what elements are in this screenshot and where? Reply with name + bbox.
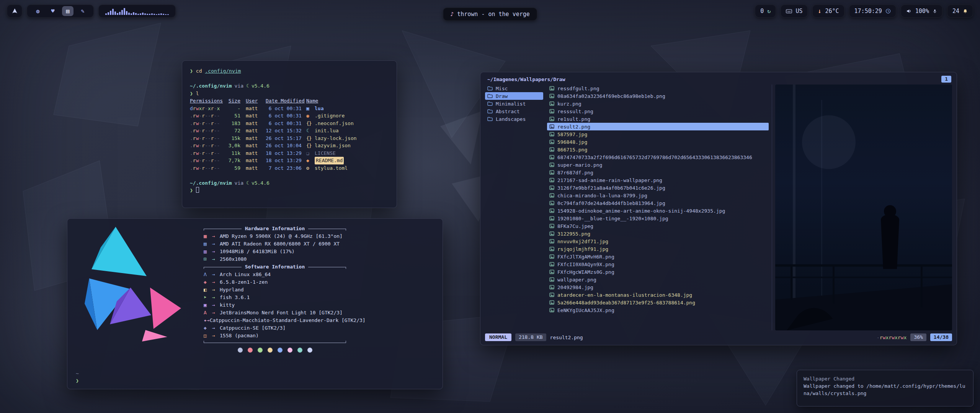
software-info-list: → Arch Linux x86_64 → 6.5.8-zen1-1-zen →… [204,271,346,340]
file-name: resssult.png [557,109,593,114]
file-row[interactable]: kurz.png [547,100,769,107]
file-row[interactable]: rsjqojlmjhf91.jpg [547,245,769,253]
file-row[interactable]: 5a266e448add93deab367d87173e9f25-6837886… [547,299,769,306]
file-row[interactable]: FXfcHgcWIAMzs0G.png [547,268,769,276]
file-row[interactable]: result2.png [547,123,769,130]
file-size: 15k [225,135,240,142]
image-file-icon [549,163,554,167]
file-type-icon [306,142,315,150]
temperature-module[interactable]: 26°C [812,5,844,18]
folder-row[interactable]: Abstract [485,107,543,115]
command-arg: .config/nvim [205,68,241,74]
file-row[interactable]: 68747470733a2f2f696d616765732d7769786d70… [547,153,769,161]
file-row[interactable]: re1sult.png [547,115,769,123]
info-line: → 6.5.8-zen1-1-zen [204,278,346,286]
image-file-icon [549,132,554,137]
folder-row[interactable]: Minimalist [485,100,543,107]
workspace-icon [36,8,39,15]
updates-icon: ↻ [767,8,771,15]
workspace-button[interactable] [62,6,74,16]
workspace-button[interactable] [32,6,44,16]
folder-icon [487,94,493,98]
volume-module[interactable]: 100% [901,5,942,18]
file-row[interactable]: resssult.png [547,107,769,115]
fetch-terminal-prompt[interactable]: ~ ❯ [76,370,79,384]
folder-row[interactable]: Misc [485,85,543,92]
file-date: 12 oct 15:32 [266,127,306,135]
header-date-modified: Date Modified [266,97,306,105]
terminal-window-nvim-config[interactable]: ❯cd.config/nvim ~/.config/nvimvia☾v5.4.6… [182,60,397,208]
ls-row: .rw-r--r-- 7,7k matt 18 oct 13:29 README… [190,157,389,164]
file-manager-window[interactable]: ~/Imagenes/Wallpapers/Draw 1 Misc Draw [480,72,957,345]
file-name: init.lua [315,127,339,135]
file-name: 217167-sad-anime-rain-wallpaper.png [557,177,662,183]
file-row[interactable]: 08a634fa02a32364f69ebc86a98eb1eb.png [547,92,769,100]
info-line: → Catppuccin-SE [GTK2/3] [204,324,346,332]
file-row[interactable]: 0c794faf07de24a4db4d4fb1eb813964.jpg [547,199,769,207]
media-module[interactable]: ♪ thrown - on the verge [443,8,537,21]
image-file-icon [549,254,554,259]
ls-row: .rw-r--r-- 51 matt 6 oct 00:31 .gitignor… [190,112,389,120]
lua-moon-icon: ☾ [246,180,249,186]
workspace-button[interactable] [77,6,88,16]
file-row[interactable]: 20492984.jpg [547,283,769,291]
file-row[interactable]: EeNKYgIUcAAJ5JX.png [547,306,769,314]
terminal-command-line: ❯l [190,90,389,98]
scroll-percent-badge: 36% [910,333,926,341]
keyboard-layout-module[interactable]: US [781,5,808,18]
updates-count: 0 [760,8,764,15]
file-row[interactable]: 217167-sad-anime-rain-wallpaper.png [547,176,769,184]
notifications-module[interactable]: 24 [947,5,973,18]
file-owner: matt [246,142,261,150]
file-row[interactable]: FXfcII0X0AQyn9X.png [547,260,769,268]
image-file-icon [549,193,554,198]
file-row[interactable]: chica-mirando-la-luna-8799.jpg [547,192,769,199]
file-date: 26 oct 10:04 [266,142,306,150]
file-name: kurz.png [557,101,581,107]
file-date: 18 oct 13:29 [266,157,306,164]
section-footer-line [204,341,346,343]
visualizer-bar [160,13,162,15]
file-row[interactable]: 154928-odinokoe_anime-art-anime-okno-sin… [547,207,769,215]
terminal-input-line[interactable]: ❯ [190,187,389,194]
file-name: FXfcHgcWIAMzs0G.png [557,269,614,275]
file-name: result2.png [557,124,590,130]
workspace-switcher [27,5,94,18]
file-manager-header: ~/Imagenes/Wallpapers/Draw 1 [487,75,951,83]
file-row[interactable]: 587597.jpg [547,130,769,138]
clock-module[interactable]: 17:50:29 [849,5,896,18]
software-info-icon [204,294,212,301]
file-row[interactable]: nnvuv0xj2df71.jpg [547,237,769,245]
file-name: 0c794faf07de24a4db4d4fb1eb813964.jpg [557,200,665,206]
info-value: 6.5.8-zen1-1-zen [220,278,268,286]
file-row[interactable]: 596848.jpg [547,138,769,146]
file-row[interactable]: FXfcJlTXgAMvH6R.png [547,253,769,260]
terminal-window-fastfetch[interactable]: Hardware Information → AMD Ryzen 9 5900X… [67,218,443,389]
folder-name: Draw [496,93,508,99]
visualizer-bar [112,9,114,15]
prompt-version: v5.4.6 [252,83,270,89]
app-launcher-button[interactable] [7,5,22,18]
workspace-button[interactable] [47,6,59,16]
folder-row[interactable]: Landscapes [485,115,543,123]
file-row[interactable]: 19201080-__blue-tinge__-1920×1080.jpg [547,215,769,222]
file-row[interactable]: 866715.png [547,146,769,153]
tab-badge[interactable]: 1 [941,76,951,83]
file-row[interactable]: 3126f7e9bbf21a8a4af0b67b041c6e26.jpg [547,184,769,192]
file-row[interactable]: wallpaper.png [547,276,769,283]
updates-module[interactable]: 0 ↻ [755,5,776,18]
file-name: ressdfgult.png [557,86,599,91]
folder-row[interactable]: Draw [485,92,543,100]
software-info-icon [204,301,212,309]
arrow-icon: → [212,332,220,340]
file-row[interactable]: super-mario.png [547,161,769,169]
visualizer-bar [167,14,169,15]
notification-toast[interactable]: Wallpaper Changed Wallpaper changed to /… [797,370,973,406]
file-name: 08a634fa02a32364f69ebc86a98eb1eb.png [557,93,665,99]
file-row[interactable]: atardecer-en-la-montanas-ilustracion-634… [547,291,769,299]
file-row[interactable]: 3122955.png [547,230,769,237]
file-row[interactable]: 87r687df.png [547,169,769,176]
file-row[interactable]: ressdfgult.png [547,85,769,92]
keyboard-layout-value: US [795,8,802,15]
file-row[interactable]: 8FKa7Cu.jpeg [547,222,769,230]
